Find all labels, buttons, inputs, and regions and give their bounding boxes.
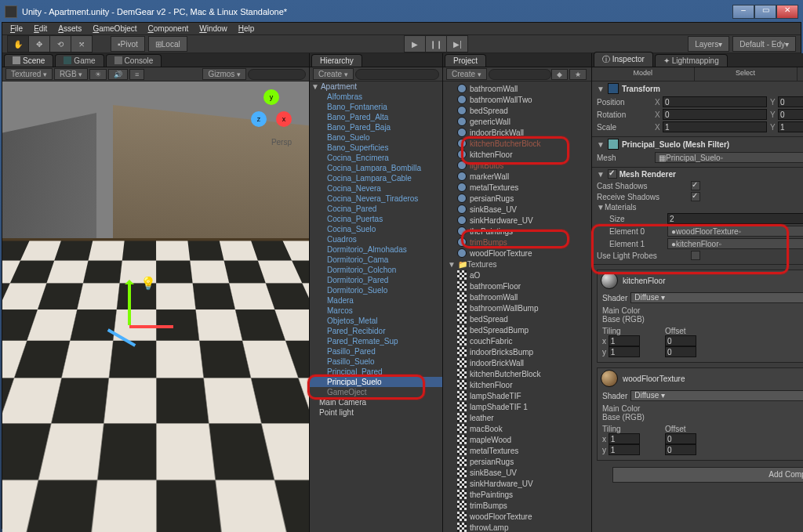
scene-viewport[interactable]: 💡 y x z Persp (2, 81, 309, 532)
project-material-item[interactable]: sinkBase_UV (443, 204, 591, 215)
hierarchy-item[interactable]: Cocina_Lampara_Cable (310, 173, 442, 183)
cast-shadows-checkbox[interactable] (691, 181, 700, 190)
hierarchy-item[interactable]: Cocina_Encimera (310, 153, 442, 163)
hierarchy-item[interactable]: Bano_Superficies (310, 143, 442, 153)
importer-select-button[interactable]: Select (695, 67, 798, 81)
menu-bar[interactable]: File Edit Assets GameObject Component Wi… (2, 23, 801, 35)
local-toggle[interactable]: ⊞ Local (148, 36, 187, 52)
layers-dropdown[interactable]: Layers ▾ (688, 36, 729, 52)
menu-window[interactable]: Window (194, 23, 232, 34)
shading-mode-dropdown[interactable]: Textured ▾ (5, 68, 53, 80)
project-material-item[interactable]: kitchenFloor (443, 149, 591, 160)
move-tool[interactable]: ✥ (28, 35, 50, 52)
project-texture-item[interactable]: aO (443, 270, 591, 280)
project-material-item[interactable]: lightBulbs (443, 160, 591, 171)
tab-lightmapping[interactable]: ✦ Lightmapping (655, 54, 728, 67)
tab-game[interactable]: Game (55, 54, 104, 67)
layout-dropdown[interactable]: Default - Edy ▾ (732, 36, 796, 52)
project-material-item[interactable]: genericWall (443, 116, 591, 127)
project-texture-item[interactable]: kitchenButcherBlock (443, 368, 591, 379)
project-texture-item[interactable]: lampShadeTIF (443, 390, 591, 401)
importer-model-button[interactable]: Model (592, 67, 695, 81)
project-texture-item[interactable]: woodFloorTexture (443, 511, 591, 522)
project-texture-item[interactable]: sinkBase_UV (443, 467, 591, 478)
hierarchy-item[interactable]: Cocina_Puertas (310, 214, 442, 224)
move-gizmo[interactable] (106, 281, 153, 352)
minimize-button[interactable]: – (732, 5, 754, 19)
project-texture-item[interactable]: bedSpreadBump (443, 324, 591, 335)
menu-edit[interactable]: Edit (29, 23, 52, 34)
hierarchy-item[interactable]: Pared_Recibidor (310, 326, 442, 336)
tab-hierarchy[interactable]: Hierarchy (311, 54, 362, 67)
project-texture-item[interactable]: kitchenFloor (443, 379, 591, 390)
hierarchy-item[interactable]: Pasillo_Pared (310, 346, 442, 356)
project-texture-item[interactable]: sinkHardware_UV (443, 478, 591, 489)
maximize-button[interactable]: ▭ (754, 5, 776, 19)
orientation-gizmo[interactable]: y x z (249, 89, 293, 133)
scale-tool[interactable]: ⤧ (71, 35, 93, 52)
hierarchy-item[interactable]: Pared_Remate_Sup (310, 336, 442, 346)
menu-gameobject[interactable]: GameObject (88, 23, 141, 34)
hierarchy-search-input[interactable] (355, 69, 439, 80)
offset-y-input[interactable] (665, 346, 696, 357)
project-star-icon[interactable]: ★ (569, 69, 587, 80)
tab-console[interactable]: Console (106, 54, 162, 67)
project-material-item[interactable]: indoorBrickWall (443, 127, 591, 138)
scene-search-input[interactable] (248, 69, 306, 80)
shader-dropdown[interactable]: Diffuse ▾ (630, 390, 803, 401)
project-material-item[interactable]: persianRugs (443, 193, 591, 204)
shader-dropdown[interactable]: Diffuse ▾ (630, 292, 803, 303)
project-texture-item[interactable]: persianRugs (443, 456, 591, 467)
tab-inspector[interactable]: ⓘ Inspector (594, 52, 653, 67)
hierarchy-item[interactable]: Bano_Pared_Alta (310, 112, 442, 122)
project-material-item[interactable]: bedSpread (443, 105, 591, 116)
project-filter-icon[interactable]: ◆ (551, 69, 568, 80)
project-tree[interactable]: bathroomWallbathroomWallTwobedSpreadgene… (443, 81, 591, 532)
project-material-item[interactable]: kitchenButcherBlock (443, 138, 591, 149)
offset-x-input[interactable] (665, 335, 696, 346)
rot-x-input[interactable] (663, 109, 767, 120)
project-textures-folder[interactable]: ▼ 📁 Textures (443, 259, 591, 270)
hierarchy-item[interactable]: Dormitorio_Cama (310, 255, 442, 265)
hierarchy-create-dropdown[interactable]: Create ▾ (313, 68, 354, 80)
hierarchy-item[interactable]: Bano_Fontaneria (310, 102, 442, 112)
hierarchy-item[interactable]: Point light (310, 407, 442, 418)
gizmos-dropdown[interactable]: Gizmos ▾ (202, 68, 245, 80)
renderer-enable-checkbox[interactable] (608, 169, 617, 179)
hierarchy-item[interactable]: Cuadros (310, 234, 442, 244)
material-slot-1[interactable]: ● kitchenFloor ◦ (667, 238, 803, 249)
hierarchy-item[interactable]: Cocina_Suelo (310, 224, 442, 234)
project-material-item[interactable]: metalTextures (443, 182, 591, 193)
hierarchy-item[interactable]: Cocina_Lampara_Bombilla (310, 163, 442, 173)
project-texture-item[interactable]: couchFabric (443, 335, 591, 346)
project-material-item[interactable]: sinkHardware_UV (443, 215, 591, 226)
tiling-y-input[interactable] (609, 346, 640, 357)
hierarchy-item[interactable]: Cocina_Nevera (310, 183, 442, 194)
hierarchy-item[interactable]: Dormitorio_Colchon (310, 265, 442, 275)
light-probes-checkbox[interactable] (691, 251, 700, 260)
hierarchy-item[interactable]: Marcos (310, 306, 442, 316)
project-material-item[interactable]: bathroomWallTwo (443, 94, 591, 105)
project-texture-item[interactable]: indoorBrickWall (443, 357, 591, 368)
project-texture-item[interactable]: indoorBricksBump (443, 346, 591, 357)
mesh-slot[interactable]: ▦ Principal_Suelo ◦ (655, 152, 803, 163)
importer-revert-button[interactable]: Revert (798, 67, 804, 81)
hierarchy-item[interactable]: Pasillo_Suelo (310, 356, 442, 367)
project-texture-item[interactable]: mapleWood (443, 434, 591, 445)
add-component-button[interactable]: Add Component (612, 467, 803, 483)
project-texture-item[interactable]: throwLamp (443, 522, 591, 532)
project-texture-item[interactable]: bathroomWall (443, 291, 591, 302)
rotate-tool[interactable]: ⟲ (49, 35, 71, 52)
pos-x-input[interactable] (663, 96, 767, 107)
project-texture-item[interactable]: thePaintings (443, 489, 591, 500)
project-texture-item[interactable]: metalTextures (443, 445, 591, 456)
close-button[interactable]: ✕ (776, 5, 798, 19)
tiling-x-input[interactable] (609, 335, 640, 346)
receive-shadows-checkbox[interactable] (691, 192, 700, 201)
hierarchy-item[interactable]: Cocina_Nevera_Tiraderos (310, 194, 442, 204)
hierarchy-item[interactable]: Dormitorio_Pared (310, 275, 442, 285)
fx-toggle[interactable]: ≡ (129, 69, 144, 80)
hierarchy-item[interactable]: Bano_Suelo (310, 132, 442, 143)
hierarchy-item[interactable]: Principal_Suelo (310, 377, 442, 387)
project-texture-item[interactable]: lampShadeTIF 1 (443, 401, 591, 412)
